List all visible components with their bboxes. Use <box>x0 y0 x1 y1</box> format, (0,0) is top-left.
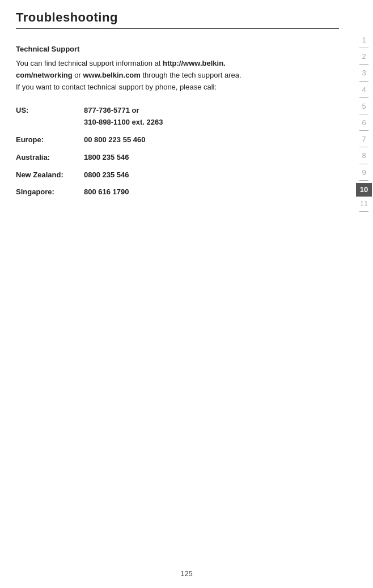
chapter-item-5[interactable]: 5 <box>355 100 373 116</box>
support-contact-row: Europe:00 800 223 55 460 <box>16 131 339 149</box>
chapter-divider-2 <box>359 64 368 65</box>
contact-value: 800 616 1790 <box>78 184 339 201</box>
chapter-divider-3 <box>359 81 368 82</box>
contact-label: New Zealand: <box>16 167 78 184</box>
chapter-divider-7 <box>359 147 368 147</box>
link-belkin-main[interactable]: www.belkin.com <box>83 71 140 79</box>
chapter-number-11: 11 <box>355 198 373 210</box>
page-title: Troubleshooting <box>16 10 339 25</box>
chapter-item-9[interactable]: 9 <box>355 167 373 182</box>
chapter-number-7: 7 <box>355 133 373 146</box>
chapter-number-1: 1 <box>355 34 373 46</box>
chapter-item-4[interactable]: 4 <box>355 84 373 99</box>
contact-label: Singapore: <box>16 184 78 201</box>
contact-value: 877-736-5771 or310-898-1100 ext. 2263 <box>78 102 339 131</box>
chapter-number-10: 10 <box>356 183 372 197</box>
intro-text-1: You can find technical support informati… <box>16 59 163 67</box>
intro-text-mid: or <box>73 71 83 79</box>
intro-paragraph: You can find technical support informati… <box>16 58 339 93</box>
chapter-divider-4 <box>359 97 368 98</box>
page-number: 125 <box>180 569 193 578</box>
contact-value: 1800 235 546 <box>78 149 339 167</box>
chapter-number-2: 2 <box>355 50 373 63</box>
contact-value: 00 800 223 55 460 <box>78 131 339 149</box>
contact-label: Australia: <box>16 149 78 167</box>
chapter-item-2[interactable]: 2 <box>355 50 373 66</box>
contact-label: Europe: <box>16 131 78 149</box>
support-contact-row: US:877-736-5771 or310-898-1100 ext. 2263 <box>16 102 339 131</box>
chapter-number-6: 6 <box>355 117 373 129</box>
chapter-item-8[interactable]: 8 <box>355 150 373 165</box>
chapter-divider-6 <box>359 130 368 131</box>
chapter-divider-11 <box>359 211 368 212</box>
chapter-item-3[interactable]: 3 <box>355 67 373 82</box>
support-contact-row: Singapore:800 616 1790 <box>16 184 339 201</box>
title-divider <box>16 28 339 29</box>
chapter-sidebar: 1234567891011 <box>355 0 373 588</box>
support-contacts-table: US:877-736-5771 or310-898-1100 ext. 2263… <box>16 102 339 201</box>
support-contact-row: Australia:1800 235 546 <box>16 149 339 167</box>
contact-value: 0800 235 546 <box>78 167 339 184</box>
chapter-divider-8 <box>359 164 368 164</box>
chapter-item-10[interactable]: 10 <box>355 183 373 197</box>
section-heading: Technical Support <box>16 45 339 53</box>
main-content: Troubleshooting Technical Support You ca… <box>0 0 355 224</box>
chapter-item-1[interactable]: 1 <box>355 34 373 49</box>
chapter-number-8: 8 <box>355 150 373 162</box>
chapter-divider-1 <box>359 48 368 48</box>
chapter-number-4: 4 <box>355 84 373 96</box>
page-container: 1234567891011 Troubleshooting Technical … <box>0 0 373 588</box>
chapter-item-6[interactable]: 6 <box>355 117 373 132</box>
chapter-number-3: 3 <box>355 67 373 79</box>
chapter-number-5: 5 <box>355 100 373 113</box>
chapter-divider-5 <box>359 114 368 114</box>
chapter-item-7[interactable]: 7 <box>355 133 373 148</box>
contact-label: US: <box>16 102 78 131</box>
chapter-number-9: 9 <box>355 167 373 179</box>
chapter-divider-9 <box>359 180 368 181</box>
support-contact-row: New Zealand:0800 235 546 <box>16 167 339 184</box>
chapter-item-11[interactable]: 11 <box>355 198 373 213</box>
